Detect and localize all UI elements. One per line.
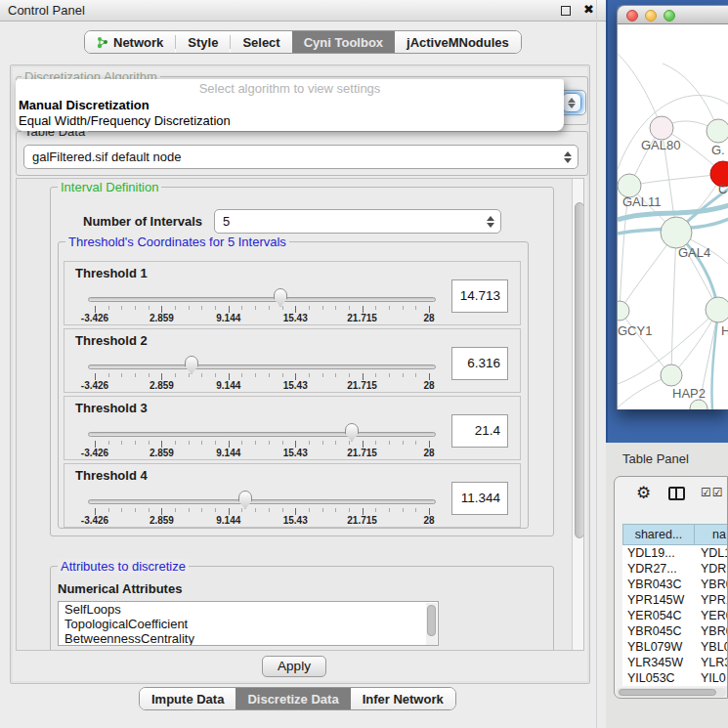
zoom-window-icon[interactable]	[664, 10, 675, 21]
slider-thumb[interactable]	[274, 288, 287, 307]
number-of-intervals-combobox[interactable]: 5	[214, 209, 501, 234]
table-body: YDL19...YDL1YDR27...YDR2YBR043CYBR0YPR14…	[622, 545, 728, 686]
table-cell[interactable]: YDL1	[695, 545, 728, 561]
close-panel-icon[interactable]: ✖	[583, 2, 594, 17]
node-label: G.	[711, 143, 725, 157]
split-panel-icon[interactable]	[668, 487, 685, 500]
table-data-selected-value: galFiltered.sif default node	[32, 150, 181, 164]
combo-stepper-icon[interactable]	[562, 93, 581, 112]
scrollbar-thumb[interactable]	[427, 605, 436, 636]
column-header-shared-name[interactable]: shared...	[622, 524, 695, 545]
table-row[interactable]: YBL079WYBL0	[622, 639, 728, 655]
table-row[interactable]: YLR345WYLR3	[622, 655, 728, 670]
control-panel-titlebar: Control Panel ✖	[0, 0, 606, 21]
tick-label: 28	[400, 380, 458, 391]
gear-icon[interactable]: ⚙	[636, 483, 651, 502]
threshold-box-2: Threshold 2-3.4262.8599.14415.4321.71528…	[64, 328, 521, 393]
table-cell[interactable]: YER0	[695, 608, 728, 623]
node-label: GAL4	[678, 245, 710, 260]
table-cell[interactable]: YBR045C	[622, 623, 695, 639]
table-cell[interactable]: YBR043C	[622, 577, 695, 592]
table-cell[interactable]: YDR27...	[622, 561, 695, 577]
tab-jactivemnodules[interactable]: jActiveMNodules	[395, 31, 521, 53]
tick-label: 2.859	[132, 380, 191, 391]
network-node-g[interactable]	[707, 119, 728, 143]
threshold-value-field[interactable]: 6.316	[451, 347, 508, 380]
tab-style[interactable]: Style	[176, 31, 230, 53]
network-canvas[interactable]: GAL80G.CGAL11GAL4GCY1HHAP2	[617, 24, 728, 409]
table-data-combobox[interactable]: galFiltered.sif default node	[23, 145, 578, 169]
tab-cyni-toolbox[interactable]: Cyni Toolbox	[292, 31, 395, 53]
attribute-item-topologicalcoefficient[interactable]: TopologicalCoefficient	[59, 617, 438, 631]
table-cell[interactable]: YLR3	[695, 655, 728, 670]
tab-network[interactable]: Network	[85, 31, 175, 53]
tab-select[interactable]: Select	[231, 31, 291, 53]
slider-thumb[interactable]	[238, 491, 252, 509]
table-row[interactable]: YIL053CYIL0	[622, 670, 728, 686]
table-row[interactable]: YER054CYER0	[622, 608, 728, 623]
node-label: C	[718, 182, 727, 196]
network-node-gcy1[interactable]	[618, 301, 629, 321]
attribute-item-betweennesscentrality[interactable]: BetweennessCentrality	[59, 631, 438, 646]
table-cell[interactable]: YPR145W	[622, 592, 695, 608]
table-cell[interactable]: YDL19...	[622, 545, 695, 561]
network-window-titlebar[interactable]	[617, 5, 728, 24]
table-row[interactable]: YDL19...YDL1	[622, 545, 728, 561]
mode-tab-impute-data[interactable]: Impute Data	[140, 688, 236, 709]
table-row[interactable]: YPR145WYPR1	[622, 592, 728, 608]
select-columns-icon[interactable]: ☑☑	[701, 486, 724, 499]
slider-track[interactable]	[88, 432, 436, 437]
table-cell[interactable]: YPR1	[695, 592, 728, 608]
screen: Control Panel ✖ NetworkStyleSelectCyni T…	[0, 0, 728, 728]
tick-label: 9.144	[199, 515, 258, 526]
slider-tick-labels: -3.4262.8599.14415.4321.71528	[95, 380, 429, 392]
table-row[interactable]: YBR043CYBR0	[622, 577, 728, 592]
column-header-name[interactable]: na	[695, 524, 728, 545]
scrollbar-thumb[interactable]	[575, 202, 584, 538]
table-row[interactable]: YDR27...YDR2	[622, 561, 728, 577]
minimize-window-icon[interactable]	[645, 10, 657, 21]
list-scrollbar[interactable]	[426, 603, 437, 646]
apply-button[interactable]: Apply	[262, 656, 326, 677]
table-cell[interactable]: YBL079W	[622, 639, 695, 655]
table-cell[interactable]: YIL0	[695, 670, 728, 686]
mode-tab-discretize-data[interactable]: Discretize Data	[236, 688, 350, 709]
panel-splitter[interactable]	[596, 0, 597, 728]
table-cell[interactable]: YBR0	[695, 577, 728, 592]
combo-stepper-icon[interactable]	[564, 151, 572, 163]
close-window-icon[interactable]	[626, 10, 638, 21]
network-edge	[629, 174, 723, 186]
node-label: GAL80	[641, 138, 680, 152]
slider-track[interactable]	[88, 499, 436, 504]
table-cell[interactable]: YLR345W	[622, 655, 695, 670]
table-cell[interactable]: YIL053C	[622, 670, 695, 686]
numerical-attributes-list[interactable]: SelfLoopsTopologicalCoefficientBetweenne…	[58, 601, 439, 646]
float-window-icon[interactable]	[561, 6, 571, 16]
threshold-value-field[interactable]: 11.344	[451, 482, 508, 515]
settings-scrollbar[interactable]	[572, 179, 584, 651]
table-cell[interactable]: YBR0	[695, 623, 728, 639]
network-node-h[interactable]	[706, 297, 728, 322]
network-node-gal80[interactable]	[650, 116, 673, 140]
slider-thumb[interactable]	[185, 356, 198, 374]
mode-tab-infer-network[interactable]: Infer Network	[351, 688, 455, 709]
table-cell[interactable]: YER054C	[622, 608, 695, 623]
scrollbar-thumb[interactable]	[619, 689, 716, 696]
threshold-value-field[interactable]: 21.4	[451, 414, 508, 448]
dropdown-option-manual-discretization[interactable]: Manual Discretization	[16, 98, 564, 113]
threshold-value-field[interactable]: 14.713	[451, 279, 508, 313]
slider-track[interactable]	[88, 297, 436, 302]
dropdown-option-equal-width[interactable]: Equal Width/Frequency Discretization	[16, 113, 564, 129]
table-cell[interactable]: YDR2	[695, 561, 728, 577]
table-cell[interactable]: YBL0	[695, 639, 728, 655]
table-horizontal-scrollbar[interactable]	[617, 688, 726, 697]
slider-track[interactable]	[88, 364, 436, 369]
slider-thumb[interactable]	[345, 423, 359, 442]
network-node-gal4[interactable]	[661, 217, 692, 248]
attribute-item-selfloops[interactable]: SelfLoops	[59, 602, 438, 617]
network-node-hap2[interactable]	[661, 364, 682, 386]
network-node[interactable]	[690, 400, 707, 409]
table-row[interactable]: YBR045CYBR0	[622, 623, 728, 639]
combo-stepper-icon[interactable]	[487, 216, 494, 228]
desktop-pane: GAL80G.CGAL11GAL4GCY1HHAP2 Table Panel ⚙…	[606, 0, 728, 728]
